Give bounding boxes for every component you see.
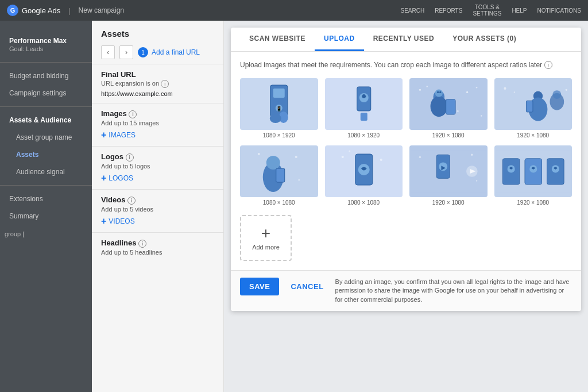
- sidebar-divider-3: [0, 185, 92, 186]
- sidebar-item-asset-group-name[interactable]: Asset group name: [0, 129, 92, 146]
- image-thumb-1: 📱: [240, 78, 318, 130]
- image-thumb-6: [325, 145, 403, 197]
- google-ads-logo: G Google Ads: [7, 5, 60, 16]
- image-item-7[interactable]: 1920 × 1080: [409, 145, 488, 206]
- panel-section-images: Images i Add up to 15 images + IMAGES: [92, 103, 223, 146]
- svg-point-19: [481, 115, 482, 116]
- tab-upload[interactable]: UPLOAD: [315, 28, 364, 51]
- add-videos-label: VIDEOS: [109, 217, 134, 225]
- top-bar-right: SEARCH REPORTS TOOLS &SETTINGS HELP NOTI…: [401, 4, 581, 17]
- svg-text:📱: 📱: [276, 106, 282, 112]
- sidebar-item-summary[interactable]: Summary: [0, 207, 92, 225]
- sidebar-campaign-name: Performance MaxGoal: Leads: [0, 32, 92, 57]
- nav-help[interactable]: HELP: [512, 7, 527, 14]
- svg-point-22: [439, 91, 441, 93]
- final-url-subtitle: URL expansion is on i: [101, 80, 214, 88]
- images-info-icon[interactable]: i: [129, 110, 137, 118]
- svg-point-48: [419, 156, 421, 158]
- image-label-4: 1920 × 1080: [494, 132, 572, 139]
- svg-rect-13: [446, 99, 455, 114]
- add-more-box[interactable]: + Add more: [240, 215, 292, 261]
- dialog-panel: SCAN WEBSITE UPLOAD RECENTLY USED YOUR A…: [224, 21, 588, 392]
- panel-section-videos: Videos i Add up to 5 videos + VIDEOS: [92, 189, 223, 232]
- svg-point-14: [419, 89, 421, 91]
- add-more-label: Add more: [252, 244, 280, 251]
- add-more-plus-icon: +: [261, 225, 270, 241]
- headlines-subtitle: Add up to 5 headlines: [101, 249, 214, 256]
- nav-notifications[interactable]: NOTIFICATIONS: [537, 7, 581, 14]
- dialog-content: Upload images that meet the requirements…: [231, 52, 581, 270]
- image-label-1: 1080 × 1920: [240, 132, 318, 139]
- image-thumb-8: [494, 145, 572, 197]
- nav-arrows: ‹ › 1 Add a final URL: [92, 43, 223, 64]
- sidebar-item-budget[interactable]: Budget and bidding: [0, 67, 92, 84]
- sidebar-item-extensions[interactable]: Extensions: [0, 190, 92, 207]
- logos-info-icon[interactable]: i: [126, 153, 134, 162]
- svg-point-17: [476, 87, 477, 88]
- videos-info-icon[interactable]: i: [127, 197, 136, 205]
- cancel-button[interactable]: CANCEL: [286, 278, 328, 295]
- tab-your-assets[interactable]: YOUR ASSETS (0): [443, 28, 525, 51]
- logos-title: Logos i: [101, 152, 214, 162]
- videos-title: Videos i: [101, 195, 214, 205]
- nav-step: 1 Add a final URL: [138, 47, 200, 57]
- svg-rect-35: [276, 168, 285, 182]
- add-logos-label: LOGOS: [109, 174, 133, 182]
- image-item-8[interactable]: 1920 × 1080: [494, 145, 572, 206]
- svg-point-21: [437, 91, 439, 93]
- nav-prev-button[interactable]: ‹: [101, 45, 115, 59]
- svg-point-16: [466, 91, 468, 93]
- final-url-value: https://www.example.com: [101, 90, 214, 97]
- panel-section-logos: Logos i Add up to 5 logos + LOGOS: [92, 146, 223, 189]
- image-thumb-7: [409, 145, 488, 197]
- images-subtitle: Add up to 15 images: [101, 120, 214, 126]
- svg-rect-9: [360, 113, 367, 121]
- nav-next-button[interactable]: ›: [119, 45, 133, 59]
- url-info-icon[interactable]: i: [161, 80, 169, 88]
- sidebar-item-audience-signal[interactable]: Audience signal: [0, 163, 92, 180]
- svg-point-30: [513, 91, 514, 93]
- dialog-footer: SAVE CANCEL By adding an image, you conf…: [231, 270, 581, 311]
- sidebar: Performance MaxGoal: Leads Budget and bi…: [0, 21, 92, 392]
- nav-step-label: Add a final URL: [152, 48, 200, 56]
- image-grid: 📱 1080 × 1920: [240, 78, 572, 206]
- nav-tools[interactable]: TOOLS &SETTINGS: [473, 4, 501, 17]
- image-item-1[interactable]: 📱 1080 × 1920: [240, 78, 318, 139]
- middle-panel: Assets ‹ › 1 Add a final URL Final URL U…: [92, 21, 224, 392]
- image-item-3[interactable]: 1920 × 1080: [409, 78, 488, 139]
- sidebar-item-campaign-settings[interactable]: Campaign settings: [0, 84, 92, 102]
- sidebar-item-assets-audience[interactable]: Assets & Audience: [0, 112, 92, 129]
- image-item-5[interactable]: 1080 × 1080: [240, 145, 318, 206]
- add-images-link[interactable]: + IMAGES: [101, 130, 214, 140]
- add-videos-link[interactable]: + VIDEOS: [101, 216, 214, 226]
- svg-point-49: [471, 154, 473, 156]
- svg-point-28: [552, 90, 561, 99]
- add-images-plus-icon: +: [101, 130, 106, 140]
- tab-recently-used[interactable]: RECENTLY USED: [364, 28, 444, 51]
- dialog-box: SCAN WEBSITE UPLOAD RECENTLY USED YOUR A…: [231, 28, 581, 311]
- nav-search[interactable]: SEARCH: [401, 7, 425, 14]
- main-layout: Performance MaxGoal: Leads Budget and bi…: [0, 21, 588, 392]
- image-label-6: 1080 × 1080: [325, 199, 403, 206]
- image-thumb-2: [325, 78, 403, 130]
- top-bar-left: G Google Ads | New campaign: [7, 5, 124, 16]
- add-videos-plus-icon: +: [101, 216, 106, 226]
- sidebar-divider-1: [0, 62, 92, 63]
- tab-scan-website[interactable]: SCAN WEBSITE: [240, 28, 315, 51]
- add-logos-plus-icon: +: [101, 173, 106, 183]
- svg-point-50: [476, 180, 477, 181]
- save-button[interactable]: SAVE: [240, 278, 279, 295]
- image-item-2[interactable]: 1080 × 1920: [325, 78, 403, 139]
- headlines-info-icon[interactable]: i: [138, 240, 146, 248]
- description-info-icon[interactable]: i: [544, 61, 552, 69]
- sidebar-item-assets[interactable]: Assets: [0, 146, 92, 163]
- image-item-4[interactable]: 1920 × 1080: [494, 78, 572, 139]
- image-item-6[interactable]: 1080 × 1080: [325, 145, 403, 206]
- svg-point-18: [457, 110, 459, 112]
- nav-reports[interactable]: REPORTS: [435, 7, 462, 14]
- headlines-title: Headlines i: [101, 239, 214, 248]
- image-label-8: 1920 × 1080: [494, 199, 572, 206]
- assets-header: Assets: [92, 21, 223, 43]
- google-logo-icon: G: [7, 5, 18, 16]
- add-logos-link[interactable]: + LOGOS: [101, 173, 214, 183]
